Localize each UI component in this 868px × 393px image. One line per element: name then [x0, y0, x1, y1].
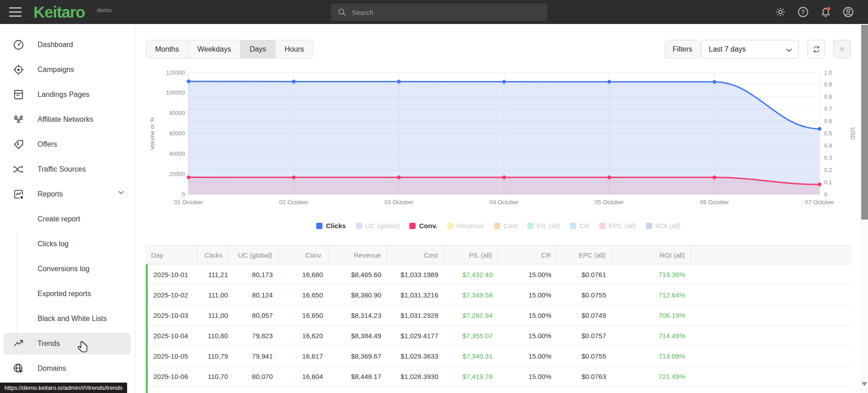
cell-cost: $1,029.3633: [387, 346, 444, 366]
help-icon[interactable]: ?: [797, 6, 809, 18]
svg-text:0.3: 0.3: [824, 155, 832, 161]
search-box[interactable]: [331, 4, 547, 21]
column-header-clicks[interactable]: Clicks: [198, 246, 228, 264]
table-row[interactable]: 2025-10-03111,0080,05716,650$8,314.23$1,…: [146, 305, 851, 326]
column-header-cost[interactable]: Cost: [387, 246, 444, 264]
svg-text:0.4: 0.4: [824, 143, 832, 149]
table-row[interactable]: 2025-10-0764,4044,4579,648$4,868.34$597.…: [146, 387, 851, 393]
cell-day: 2025-10-02: [148, 285, 198, 305]
filters-button[interactable]: Filters: [665, 40, 700, 58]
traffic-icon: [13, 163, 24, 175]
date-range-select[interactable]: Last 7 days: [701, 40, 799, 58]
column-header-roi-all-[interactable]: ROI (all): [612, 246, 691, 264]
legend-item-epc-all-[interactable]: EPC (all): [599, 222, 636, 230]
cell-conv-: 16,620: [278, 326, 328, 345]
legend-item-clicks[interactable]: Clicks: [316, 222, 346, 230]
sidebar-item-conversions-log[interactable]: Conversions log: [0, 256, 135, 281]
sidebar-item-landings-pages[interactable]: Landings Pages: [0, 82, 135, 107]
column-header-day[interactable]: Day: [146, 246, 198, 264]
cell-day: 2025-10-05: [148, 346, 198, 366]
scrollbar[interactable]: [860, 24, 868, 393]
cell-p-l-all-: $7,349.58: [444, 285, 498, 305]
sidebar-item-traffic-sources[interactable]: Traffic Sources: [0, 157, 135, 182]
legend-item-p-l-all-[interactable]: P/L (all): [527, 222, 560, 230]
cell-revenue: $8,314.23: [328, 305, 387, 325]
cell-roi-all-: 714.49%: [612, 326, 691, 345]
trends-line-chart: 02000040000600008000010000012000000.10.2…: [147, 68, 857, 209]
legend-item-cost[interactable]: Cost: [494, 222, 517, 230]
offers-icon: $: [13, 139, 24, 150]
svg-text:?: ?: [802, 9, 805, 15]
sidebar-item-label: Domains: [38, 364, 66, 373]
search-input[interactable]: [352, 9, 524, 16]
dashboard-icon: [13, 39, 24, 51]
sidebar-nav: DashboardCampaignsLandings PagesAffiliat…: [0, 32, 135, 381]
sidebar-item-create-report[interactable]: Create report: [0, 206, 135, 231]
user-account-icon[interactable]: [842, 6, 854, 18]
svg-text:60000: 60000: [169, 130, 185, 137]
svg-text:04 October: 04 October: [489, 199, 519, 206]
scrollbar-thumb[interactable]: [861, 25, 868, 220]
cell-cr: 15.00%: [498, 387, 557, 393]
sidebar-item-clicks-log[interactable]: Clicks log: [0, 231, 135, 256]
sidebar-item-label: Trends: [38, 340, 60, 348]
hamburger-menu-icon[interactable]: [9, 7, 22, 17]
sidebar-item-label: Offers: [38, 140, 57, 149]
gear-icon[interactable]: [774, 6, 787, 18]
table-row[interactable]: 2025-10-06110,7080,07016,604$8,448.17$1,…: [146, 366, 851, 387]
legend-item-cr[interactable]: CR: [570, 222, 589, 230]
sidebar-item-domains[interactable]: Domains: [0, 356, 135, 381]
svg-text:0: 0: [182, 192, 185, 198]
column-header-conv-[interactable]: Conv.: [278, 246, 328, 264]
column-header-revenue[interactable]: Revenue: [328, 246, 387, 264]
sidebar-item-black-and-white-lists[interactable]: Black and White Lists: [0, 306, 135, 331]
legend-label: CR: [579, 222, 589, 230]
legend-swatch: [447, 223, 454, 229]
legend-swatch: [646, 223, 652, 229]
cell-cr: 15.00%: [498, 285, 557, 305]
column-header-p-l-all-[interactable]: P/L (all): [444, 246, 498, 264]
table-row[interactable]: 2025-10-05110,7979,94116,617$8,369.67$1,…: [146, 346, 851, 366]
legend-item-revenue[interactable]: Revenue: [447, 222, 484, 230]
legend-item-roi-all-[interactable]: ROI (all): [646, 222, 681, 230]
column-header-cr[interactable]: CR: [498, 246, 557, 264]
chart-legend: ClicksUC (global)Conv.RevenueCostP/L (al…: [146, 222, 851, 230]
brand-logo[interactable]: Keitaro: [33, 3, 85, 21]
cell-p-l-all-: $7,355.07: [444, 326, 498, 345]
chart-settings-button[interactable]: [833, 40, 851, 58]
table-row[interactable]: 2025-10-01111,2180,17316,680$8,465.60$1,…: [146, 264, 851, 285]
tab-hours[interactable]: Hours: [275, 40, 313, 58]
column-header-uc-global-[interactable]: UC (global): [228, 246, 278, 264]
tab-months[interactable]: Months: [146, 40, 188, 58]
column-header-epc-all-[interactable]: EPC (all): [557, 246, 612, 264]
sidebar-item-exported-reports[interactable]: Exported reports: [0, 281, 135, 306]
cell-clicks: 111,00: [198, 285, 228, 305]
sidebar-item-dashboard[interactable]: Dashboard: [0, 32, 135, 57]
legend-item-conv-[interactable]: Conv.: [409, 222, 437, 230]
affiliates-icon: [13, 114, 24, 125]
notifications-bell-icon[interactable]: [820, 6, 832, 18]
cell-cost: $1,031.3216: [387, 285, 444, 305]
sidebar-item-label: Campaigns: [38, 66, 74, 74]
sidebar-item-campaigns[interactable]: Campaigns: [0, 57, 135, 82]
sidebar-item-reports[interactable]: Reports: [0, 182, 135, 206]
tab-days[interactable]: Days: [241, 40, 275, 58]
cell-conv-: 16,650: [278, 285, 328, 305]
tab-weekdays[interactable]: Weekdays: [188, 40, 240, 58]
cell-clicks: 111,00: [198, 305, 228, 325]
sidebar-item-offers[interactable]: $Offers: [0, 132, 135, 157]
sidebar-item-trends[interactable]: Trends: [0, 331, 135, 356]
cell-revenue: $8,380.90: [328, 285, 387, 305]
cell-uc-global-: 80,173: [228, 264, 278, 284]
scrollbar-down-arrow-icon[interactable]: [862, 382, 867, 389]
sidebar: DashboardCampaignsLandings PagesAffiliat…: [0, 24, 136, 393]
legend-swatch: [494, 223, 500, 229]
sidebar-item-affiliate-networks[interactable]: Affiliate Networks: [0, 107, 135, 132]
cell-revenue: $8,448.17: [328, 366, 387, 386]
svg-text:1.0: 1.0: [824, 70, 832, 76]
table-row[interactable]: 2025-10-04110,8079,82316,620$8,384.49$1,…: [146, 326, 851, 346]
legend-label: UC (global): [365, 222, 400, 230]
refresh-button[interactable]: [807, 40, 825, 58]
legend-item-uc-global-[interactable]: UC (global): [356, 222, 400, 230]
table-row[interactable]: 2025-10-02111,0080,12416,650$8,380.90$1,…: [146, 285, 851, 305]
